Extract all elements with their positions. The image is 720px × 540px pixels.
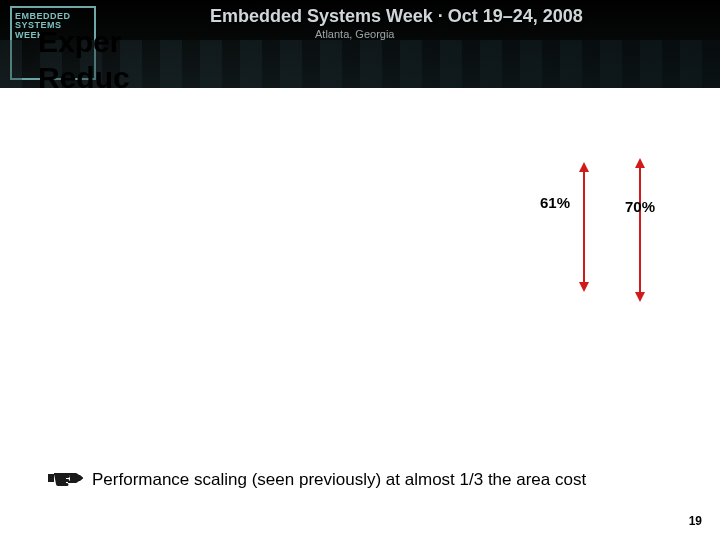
arrow-label-left: 61%	[540, 194, 570, 211]
slide: EMBEDDED SYSTEMS WEEK Embedded Systems W…	[0, 0, 720, 540]
svg-rect-0	[48, 474, 54, 482]
title-line-2: Reduc	[38, 60, 130, 96]
banner-title: Embedded Systems Week · Oct 19–24, 2008	[210, 6, 583, 27]
reduction-arrow-right: 70%	[630, 158, 650, 302]
banner-subtitle: Atlanta, Georgia	[315, 28, 395, 40]
arrow-label-right: 70%	[625, 198, 655, 215]
arrow-down	[579, 282, 589, 292]
page-number: 19	[689, 514, 702, 528]
arrow-shaft	[583, 170, 585, 284]
reduction-arrow-left: 61%	[574, 162, 594, 292]
arrow-down	[635, 292, 645, 302]
slide-title: Exper Reduc	[38, 24, 130, 96]
arrow-shaft	[639, 166, 641, 294]
slide-caption: Performance scaling (seen previously) at…	[92, 470, 586, 490]
title-line-1: Exper	[38, 24, 130, 60]
pointing-hand-icon	[48, 468, 84, 488]
